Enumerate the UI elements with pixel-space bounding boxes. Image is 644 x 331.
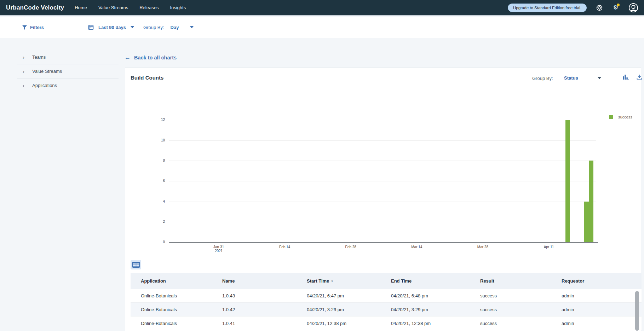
brand-logo[interactable]: UrbanCode Velocity xyxy=(6,4,64,11)
chevron-right-icon: › xyxy=(23,69,24,74)
group-by-label: Group By: xyxy=(143,25,164,30)
x-tick-label: Jan 312021 xyxy=(213,245,224,253)
nav-item-home[interactable]: Home xyxy=(75,5,87,10)
gridline xyxy=(169,161,596,161)
help-icon[interactable] xyxy=(596,4,603,11)
table-cell: 04/20/21, 12:38 pm xyxy=(391,321,480,326)
x-axis-line xyxy=(169,242,598,243)
x-tick-sublabel: 2021 xyxy=(213,249,224,253)
sidebar-item-value-streams[interactable]: › Value Streams xyxy=(17,64,119,78)
table-body: Online-Botanicals1.0.4304/20/21, 6:47 pm… xyxy=(131,289,642,330)
x-tick-label: Apr 11 xyxy=(544,245,554,249)
sidebar-item-label: Value Streams xyxy=(32,69,62,74)
back-to-all-charts-link[interactable]: ← Back to all charts xyxy=(125,54,177,61)
chevron-right-icon: › xyxy=(23,83,24,88)
x-tick-label: Feb 28 xyxy=(345,245,356,249)
navbar-right: Upgrade to Standard Edition free trial. … xyxy=(508,3,638,13)
gridline xyxy=(169,202,596,202)
filter-bar: Filters Last 90 days Group By: Day xyxy=(0,17,644,38)
filters-button[interactable]: Filters xyxy=(22,25,44,30)
chevron-right-icon: › xyxy=(23,54,24,60)
table-cell: admin xyxy=(562,307,642,312)
column-header-label: Application xyxy=(141,278,166,284)
funnel-icon xyxy=(22,25,27,30)
calendar-icon xyxy=(88,24,94,30)
chart-plot: 024681012Jan 312021Feb 14Feb 28Mar 14Mar… xyxy=(125,68,642,287)
top-navbar: UrbanCode Velocity Home Value Streams Re… xyxy=(0,0,644,16)
sidebar-item-label: Teams xyxy=(32,54,46,60)
x-tick-label: Mar 14 xyxy=(411,245,422,249)
gear-icon[interactable]: ⚙ xyxy=(612,4,619,11)
y-tick-label: 8 xyxy=(146,158,165,162)
y-tick-label: 0 xyxy=(146,240,165,244)
chart-bar xyxy=(589,161,593,242)
left-arrow-icon: ← xyxy=(125,54,131,61)
filters-label: Filters xyxy=(30,25,44,30)
table-cell: 04/20/21, 6:47 pm xyxy=(307,293,391,298)
y-tick-label: 6 xyxy=(146,179,165,183)
table-cell: 04/20/21, 3:29 pm xyxy=(391,307,480,312)
date-range-value: Last 90 days xyxy=(98,25,126,30)
sidebar-item-label: Applications xyxy=(32,83,57,88)
y-tick-label: 12 xyxy=(146,118,165,122)
legend-swatch xyxy=(609,115,613,119)
table-cell: success xyxy=(480,293,562,298)
table-cell: success xyxy=(480,307,562,312)
date-range-dropdown[interactable]: Last 90 days xyxy=(88,24,134,30)
y-tick-label: 2 xyxy=(146,220,165,223)
table-cell: Online-Botanicals xyxy=(141,307,222,312)
sidebar-item-applications[interactable]: › Applications xyxy=(17,78,119,92)
notification-dot xyxy=(617,4,620,6)
back-link-label: Back to all charts xyxy=(134,55,177,60)
column-header-label: Requestor xyxy=(562,278,584,284)
table-cell: 04/20/21, 3:29 pm xyxy=(307,307,391,312)
chevron-down-icon xyxy=(190,26,194,28)
legend-item-success[interactable]: success xyxy=(609,115,632,119)
column-header-end-time[interactable]: End Time xyxy=(391,278,480,284)
nav-item-value-streams[interactable]: Value Streams xyxy=(98,5,128,10)
table-row: Online-Botanicals1.0.4104/20/21, 12:38 p… xyxy=(131,317,642,330)
upgrade-button[interactable]: Upgrade to Standard Edition free trial. xyxy=(508,4,587,12)
column-header-requestor[interactable]: Requestor xyxy=(562,278,642,284)
legend-label: success xyxy=(618,115,632,119)
sort-caret-icon: ▾ xyxy=(331,279,333,283)
show-table-button[interactable] xyxy=(131,260,141,269)
chart-bar xyxy=(584,202,589,242)
nav-item-releases[interactable]: Releases xyxy=(139,5,159,10)
x-tick-label: Feb 14 xyxy=(279,245,290,249)
column-header-application[interactable]: Application xyxy=(141,278,222,284)
column-header-label: Name xyxy=(222,278,235,284)
column-header-label: Start Time xyxy=(307,278,329,284)
chart-bar xyxy=(565,120,570,242)
table-cell: 04/20/21, 12:38 pm xyxy=(307,321,391,326)
column-header-label: End Time xyxy=(391,278,412,284)
table-scrollbar[interactable] xyxy=(635,291,639,331)
table-cell: admin xyxy=(562,321,642,326)
gridline xyxy=(169,140,596,141)
column-header-result[interactable]: Result xyxy=(480,278,562,284)
group-by-dropdown[interactable]: Group By: Day xyxy=(143,25,194,30)
avatar-icon[interactable] xyxy=(628,3,638,13)
table-cell: admin xyxy=(562,293,642,298)
filter-sidebar: › Teams › Value Streams › Applications xyxy=(17,50,119,92)
nav-item-insights[interactable]: Insights xyxy=(170,5,186,10)
table-cell: 1.0.42 xyxy=(222,307,307,312)
table-cell: 1.0.41 xyxy=(222,321,307,326)
table-row: Online-Botanicals1.0.4304/20/21, 6:47 pm… xyxy=(131,289,642,303)
column-header-start-time[interactable]: Start Time▾ xyxy=(307,278,391,284)
table-icon xyxy=(132,262,140,268)
column-header-label: Result xyxy=(480,278,494,284)
main-nav: Home Value Streams Releases Insights xyxy=(75,5,186,10)
build-counts-card: Build Counts Group By: Status 024681012J… xyxy=(125,68,641,331)
sidebar-item-teams[interactable]: › Teams xyxy=(17,50,119,64)
table-header-row: ApplicationNameStart Time▾End TimeResult… xyxy=(131,273,642,289)
y-tick-label: 10 xyxy=(146,138,165,142)
table-row: Online-Botanicals1.0.4204/20/21, 3:29 pm… xyxy=(131,303,642,317)
gridline xyxy=(169,181,596,181)
gridline xyxy=(169,120,596,120)
column-header-name[interactable]: Name xyxy=(222,278,307,284)
y-tick-label: 4 xyxy=(146,199,165,203)
group-by-value: Day xyxy=(171,25,179,30)
table-cell: success xyxy=(480,321,562,326)
x-tick-label: Mar 28 xyxy=(477,245,488,249)
